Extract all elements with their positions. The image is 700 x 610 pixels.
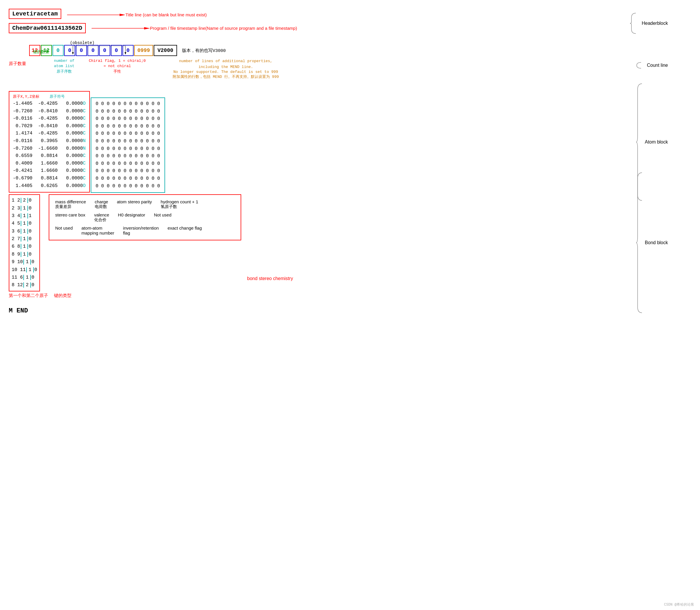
xyz-label: 原子X,Y,Z坐标 <box>13 94 39 99</box>
bond-stereo-label: bond stereo chemistry <box>247 276 293 281</box>
bond-row: 4 510 <box>12 220 37 227</box>
atom-row: -0.0116 0.3965 0.0000N <box>13 138 86 145</box>
bond-bottom-labels: 第一个和第二个原子 键的类型 <box>9 293 691 299</box>
bond-info-charge: charge 电荷数 <box>95 199 108 209</box>
svg-marker-8 <box>125 52 126 54</box>
atom-row: -0.0116 -0.4285 0.0000C <box>13 115 86 123</box>
atom-row: 0.7029 -0.8410 0.0000C <box>13 123 86 130</box>
bond-info-mass-diff: mass difference 质量差异 <box>55 199 86 209</box>
countline-label: Count line <box>647 63 668 68</box>
atom-block-section: 原子X,Y,Z坐标 原子符号 -1.4405 -0.4285 0.0000O -… <box>9 91 691 193</box>
atom-col-labels: 原子X,Y,Z坐标 原子符号 <box>13 94 86 99</box>
count-section: (obsolete) 原子数量 键的数量 12 12 0 <box>9 45 691 79</box>
version-note: 版本，有的也写V3000 <box>182 48 226 53</box>
bond-stereo-label-area: bond stereo chemistry <box>247 276 293 281</box>
watermark: CSDN @希哈的论客 <box>664 602 694 607</box>
svg-marker-3 <box>144 27 150 30</box>
atom-table: 原子X,Y,Z坐标 原子符号 -1.4405 -0.4285 0.0000O -… <box>9 91 90 193</box>
atom-row: -0.4241 1.6660 0.0000C <box>13 167 86 175</box>
bond-info-valence: valence 化合价 <box>94 212 109 223</box>
bond-rows: 1 220 2 310 3 411 4 510 3 610 2 710 6 81… <box>12 197 37 289</box>
atom-row: -0.6790 0.8814 0.0000C <box>13 175 86 182</box>
bond-row: 8 910 <box>12 251 37 258</box>
headerblock-brace <box>630 12 639 35</box>
bond-row: 3 610 <box>12 227 37 235</box>
title-box: Levetiracetam <box>9 9 61 19</box>
count-box-atom-list: 0 <box>52 45 64 56</box>
bond-row: 3 411 <box>12 212 37 220</box>
atom-block-label: Atom block <box>645 140 668 145</box>
atom-row: 0.4009 1.6660 0.0000C <box>13 160 86 167</box>
program-arrow-svg <box>92 26 150 31</box>
sym-label: 原子符号 <box>50 94 65 99</box>
atom-extra-cols: 0 0 0 0 0 0 0 0 0 0 0 0 0 0 0 0 0 0 0 0 … <box>91 97 165 193</box>
bond-info-inversion: inversion/retention flag <box>123 225 159 236</box>
atom-list-label: number of atom list 原子序数 <box>52 58 76 74</box>
obsolete-area: (obsolete) <box>70 41 134 54</box>
title-arrow-text: Title line (can be blank but line must e… <box>126 12 207 17</box>
countline-label-area: Count line <box>635 61 668 70</box>
svg-marker-1 <box>119 14 126 16</box>
program-box: ChemDraw06111413562D <box>9 23 86 33</box>
atoms-count-label: 原子数量 <box>9 61 26 66</box>
bond-row: 10 1110 <box>12 266 37 274</box>
bond-info-stereo-parity: atom stereo parity <box>117 199 152 209</box>
bond-row: 2 710 <box>12 235 37 243</box>
bond-row: 9 1010 <box>12 258 37 266</box>
atom-row: -0.7260 -0.8410 0.0000C <box>13 108 86 115</box>
bond-row: 2 310 <box>12 205 37 212</box>
headerblock-area: Headerblock <box>630 12 668 35</box>
bonds-count-label: 键的数量 <box>33 49 49 54</box>
bond-info-box: mass difference 质量差异 charge 电荷数 atom ste… <box>49 194 241 240</box>
bond-row: 11 610 <box>12 274 37 281</box>
atom-row: -1.4405 -0.4285 0.0000O <box>13 100 86 108</box>
page-container: Levetiracetam Title line (can be blank b… <box>9 9 691 315</box>
atom-row: 1.4174 -0.4285 0.0000C <box>13 130 86 138</box>
count-box-version: V2000 <box>154 45 177 56</box>
bond-row: 8 1220 <box>12 281 37 289</box>
bond-block-label-area: Bond block <box>636 194 668 291</box>
atom-row: -0.7260 -1.6660 0.0000N <box>13 145 86 152</box>
svg-marker-5 <box>72 52 74 54</box>
atom-row: 0.6559 0.8814 0.0000C <box>13 152 86 160</box>
bond-info-h0: H0 designator <box>118 212 145 223</box>
bond-info-not-used1: Not used <box>154 212 172 223</box>
bond-info-row3: Not used atom-atom mapping number invers… <box>55 225 235 236</box>
bond-block-label: Bond block <box>645 240 668 245</box>
obsolete-arrows-svg <box>70 46 134 54</box>
bond-info-stereo-care: stereo care box <box>55 212 85 223</box>
bond-block-brace <box>636 170 645 316</box>
count-box-props: 0999 <box>134 45 153 56</box>
bond-block-section: 1 220 2 310 3 411 4 510 3 610 2 710 6 81… <box>9 194 691 291</box>
bond-row: 1 220 <box>12 197 37 204</box>
obsolete-label: (obsolete) <box>70 41 95 45</box>
count-labels-area: number of atom list 原子序数 Chiral flag, 1 … <box>29 58 691 79</box>
program-arrow-text: Program / file timestamp line(Name of so… <box>150 26 297 31</box>
atom-row: 1.4405 0.6265 0.0000O <box>13 182 86 190</box>
bond-info-exact-change: exact change flag <box>167 225 202 236</box>
bond-table: 1 220 2 310 3 411 4 510 3 610 2 710 6 81… <box>9 194 40 291</box>
bond-info-row2: stereo care box valence 化合价 H0 designato… <box>55 212 235 223</box>
bond-atom-pair-label: 第一个和第二个原子 <box>9 293 48 299</box>
bond-info-not-used2: Not used <box>55 225 72 236</box>
headerblock-label: Headerblock <box>642 21 668 26</box>
bond-info-row1: mass difference 质量差异 charge 电荷数 atom ste… <box>55 199 235 209</box>
atom-rows: -1.4405 -0.4285 0.0000O -0.7260 -0.8410 … <box>13 100 86 190</box>
props-label: number of lines of additional properties… <box>170 58 281 79</box>
title-arrow-svg <box>67 12 126 18</box>
chiral-label: Chiral flag, 1 = chiral;0 = not chiral 手… <box>88 58 146 74</box>
countline-brace <box>635 61 644 70</box>
bond-row: 6 810 <box>12 243 37 250</box>
m-end: M END <box>9 307 691 315</box>
header-section: Levetiracetam Title line (can be blank b… <box>9 9 691 33</box>
bond-type-bottom-label: 键的类型 <box>54 293 71 299</box>
bond-info-atom-atom: atom-atom mapping number <box>81 225 114 236</box>
bond-info-hydrogen-count: hydrogen count + 1 氢原子数 <box>161 199 198 209</box>
